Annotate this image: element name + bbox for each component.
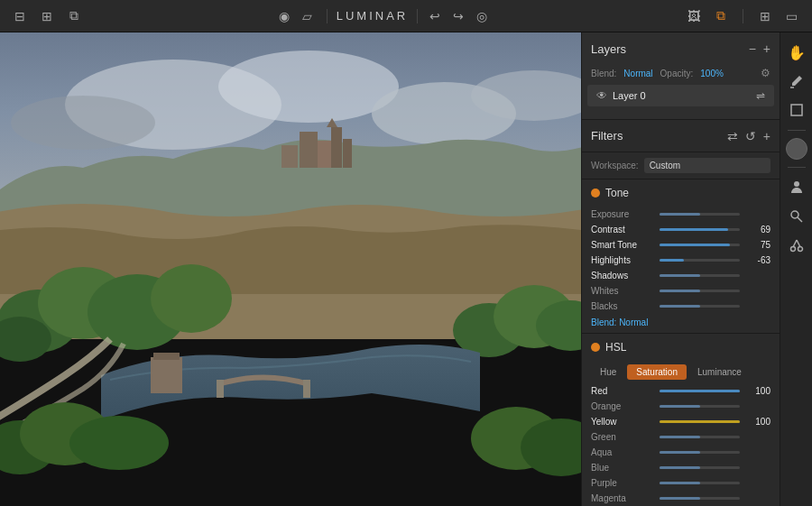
layers-title: Layers	[591, 42, 626, 56]
opacity-label: Opacity:	[660, 69, 694, 78]
workspace-select[interactable]: Custom Landscape Portrait	[644, 158, 770, 173]
hsl-tab-saturation[interactable]: Saturation	[627, 364, 687, 380]
workspace-label: Workspace:	[591, 161, 639, 170]
redo-icon[interactable]: ↪	[450, 7, 468, 25]
red-track[interactable]	[660, 390, 740, 392]
shadows-label: Shadows	[591, 271, 654, 281]
green-track[interactable]	[660, 436, 740, 438]
hsl-group-header[interactable]: HSL	[582, 334, 780, 361]
yellow-track[interactable]	[660, 420, 740, 423]
brush-tool-btn[interactable]	[784, 69, 809, 94]
filters-refresh-icon[interactable]: ↺	[745, 129, 756, 143]
scissors-tool-btn[interactable]	[784, 233, 809, 258]
blue-slider-row: Blue	[582, 460, 780, 475]
layer-name: Layer 0	[613, 90, 751, 101]
purple-track[interactable]	[660, 482, 740, 484]
grid-icon[interactable]: ⊞	[756, 7, 774, 25]
svg-rect-6	[300, 132, 318, 168]
blue-track[interactable]	[660, 466, 740, 469]
magenta-track[interactable]	[660, 497, 740, 500]
add-window-icon[interactable]: ⊞	[38, 7, 56, 25]
svg-rect-25	[217, 380, 224, 398]
highlights-slider-row: Highlights -63	[582, 253, 780, 268]
workspace-row: Workspace: Custom Landscape Portrait	[582, 152, 780, 179]
svg-rect-27	[151, 357, 182, 393]
topbar-right: 🖼 ⧉ ⊞ ▭	[685, 7, 801, 25]
yellow-label: Yellow	[591, 417, 654, 427]
image-icon[interactable]: 🖼	[685, 7, 703, 25]
hsl-tab-hue[interactable]: Hue	[591, 364, 625, 380]
preview-icon[interactable]: ◉	[276, 7, 294, 25]
shadows-track[interactable]	[660, 274, 740, 277]
svg-rect-30	[791, 105, 802, 115]
hsl-title: HSL	[605, 341, 626, 354]
smarttone-track[interactable]	[660, 244, 740, 246]
tone-group: Tone Exposure Contrast 69	[582, 179, 780, 334]
whites-track[interactable]	[660, 290, 740, 292]
contrast-value: 69	[745, 225, 770, 235]
app-title-area: ◉ ▱ LUMINAR ↩ ↪ ◎	[276, 7, 493, 25]
red-label: Red	[591, 386, 654, 396]
canvas-area[interactable]	[0, 32, 581, 506]
svg-point-2	[218, 51, 399, 123]
exposure-label: Exposure	[591, 209, 654, 219]
filters-section[interactable]: Filters ⇄ ↺ + Workspace: Custom Landscap…	[582, 120, 780, 506]
svg-point-16	[151, 264, 232, 333]
tone-title: Tone	[605, 187, 629, 199]
hsl-dot	[591, 343, 600, 352]
smarttone-value: 75	[745, 240, 770, 250]
layers-section: Layers − + Blend: Normal Opacity: 100% ⚙…	[582, 32, 780, 120]
minimize-icon[interactable]: ⊟	[11, 7, 29, 25]
hand-tool-btn[interactable]: ✋	[784, 40, 809, 65]
split-icon[interactable]: ▱	[300, 7, 318, 25]
panel-icon[interactable]: ▭	[783, 7, 801, 25]
blacks-label: Blacks	[591, 301, 654, 311]
photo-display	[0, 32, 581, 506]
svg-point-22	[69, 416, 169, 470]
svg-rect-11	[343, 139, 352, 168]
smarttone-slider-row: Smart Tone 75	[582, 237, 780, 253]
rectangle-tool-btn[interactable]	[784, 97, 809, 123]
tools-sidebar: ✋	[780, 32, 812, 506]
top-bar: ⊟ ⊞ ⧉ ◉ ▱ LUMINAR ↩ ↪ ◎ 🖼 ⧉ ⊞ ▭	[0, 0, 812, 32]
contrast-track[interactable]	[660, 228, 740, 231]
filters-add-btn[interactable]: +	[763, 129, 770, 143]
gear-icon[interactable]: ⚙	[761, 67, 770, 79]
layer-settings-icon[interactable]: ⇌	[756, 89, 765, 102]
highlights-value: -63	[745, 255, 770, 265]
topbar-divider2	[417, 9, 418, 23]
orange-track[interactable]	[660, 405, 740, 408]
blend-label: Blend:	[591, 69, 616, 78]
contrast-label: Contrast	[591, 225, 654, 235]
layers-blend-row: Blend: Normal Opacity: 100% ⚙	[582, 65, 780, 85]
layers-toggle-icon[interactable]: ⧉	[712, 7, 730, 25]
shadows-slider-row: Shadows	[582, 268, 780, 283]
stamp-tool-btn[interactable]	[784, 204, 809, 229]
layer-visibility-icon[interactable]: 👁	[596, 89, 607, 102]
clone-window-icon[interactable]: ⧉	[65, 7, 83, 25]
svg-line-36	[797, 240, 800, 247]
person-tool-btn[interactable]	[784, 175, 809, 200]
opacity-value[interactable]: 100%	[700, 69, 724, 78]
right-panel: Layers − + Blend: Normal Opacity: 100% ⚙…	[581, 32, 780, 506]
history-icon[interactable]: ◎	[474, 7, 492, 25]
exposure-track[interactable]	[660, 213, 740, 216]
hsl-tab-luminance[interactable]: Luminance	[688, 364, 751, 380]
color-picker[interactable]	[786, 138, 807, 160]
tone-group-header[interactable]: Tone	[582, 179, 780, 207]
tools-divider2	[788, 167, 806, 168]
blacks-track[interactable]	[660, 305, 740, 308]
layer-0-item[interactable]: 👁 Layer 0 ⇌	[587, 85, 774, 106]
green-slider-row: Green	[582, 429, 780, 445]
undo-icon[interactable]: ↩	[427, 7, 445, 25]
highlights-track[interactable]	[660, 259, 740, 262]
aqua-track[interactable]	[660, 451, 740, 454]
main-area: Layers − + Blend: Normal Opacity: 100% ⚙…	[0, 32, 812, 506]
filters-sort-icon[interactable]: ⇄	[727, 129, 738, 143]
svg-rect-10	[281, 145, 298, 168]
blend-value[interactable]: Normal	[623, 69, 652, 78]
layers-minimize-btn[interactable]: −	[749, 41, 756, 56]
topbar-left: ⊟ ⊞ ⧉	[11, 7, 83, 25]
filters-title: Filters	[591, 129, 623, 143]
layers-add-btn[interactable]: +	[763, 41, 770, 56]
